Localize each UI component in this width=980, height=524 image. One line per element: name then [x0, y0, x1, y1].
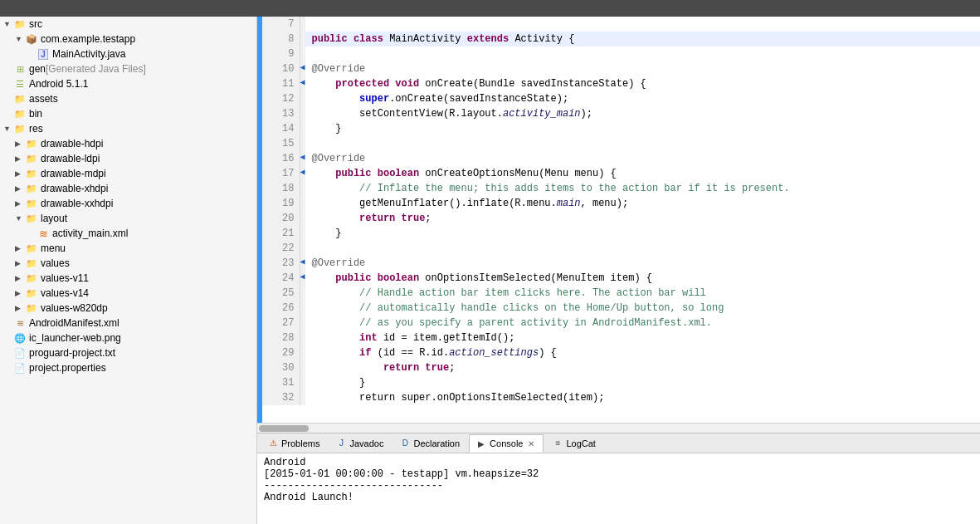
tree-item-mainactivity[interactable]: JMainActivity.java [0, 47, 256, 61]
code-line: 20 return true; [262, 211, 980, 226]
code-content[interactable]: return super.onOptionsItemSelected(item)… [305, 390, 980, 405]
tree-item-gen[interactable]: ⊞gen [Generated Java Files] [0, 61, 256, 76]
code-content[interactable]: public boolean onCreateOptionsMenu(Menu … [305, 166, 980, 181]
code-line: 15 [262, 136, 980, 151]
tree-label: AndroidManifest.xml [29, 317, 119, 329]
code-content[interactable]: @Override [305, 61, 980, 76]
code-content[interactable]: return true; [305, 360, 980, 375]
code-content[interactable] [305, 241, 980, 256]
code-content[interactable]: @Override [305, 151, 980, 166]
code-content[interactable]: // as you specify a parent activity in A… [305, 316, 980, 331]
file-icon: 📁 [25, 167, 38, 180]
code-content[interactable]: getMenuInflater().inflate(R.menu.main, m… [305, 196, 980, 211]
main-area: ▼📁src▼📦com.example.testappJMainActivity.… [0, 17, 980, 524]
tree-item-values-v14[interactable]: ▶📁values-v14 [0, 286, 256, 301]
line-number: 7 [262, 17, 300, 32]
tree-item-assets[interactable]: 📁assets [0, 91, 256, 106]
file-icon: 📁 [25, 182, 38, 195]
tab-logcat[interactable]: ≡LogCat [545, 434, 602, 453]
tree-label: ic_launcher-web.png [29, 332, 121, 344]
code-line: 19 getMenuInflater().inflate(R.menu.main… [262, 196, 980, 211]
tree-arrow: ▶ [15, 140, 25, 148]
code-content[interactable]: @Override [305, 256, 980, 271]
code-content[interactable]: public class MainActivity extends Activi… [305, 32, 980, 47]
code-content[interactable]: // automatically handle clicks on the Ho… [305, 301, 980, 316]
code-content[interactable]: return true; [305, 211, 980, 226]
tree-label: drawable-hdpi [41, 138, 103, 149]
tab-problems[interactable]: ⚠Problems [261, 434, 327, 453]
file-icon: 🌐 [13, 331, 27, 345]
tab-declaration[interactable]: DDeclaration [392, 434, 467, 453]
code-line: 21 } [262, 226, 980, 241]
line-number: 20 [262, 211, 300, 226]
title-bar [0, 0, 980, 17]
tree-item-layout[interactable]: ▼📁layout [0, 211, 256, 226]
tree-item-values-w820dp[interactable]: ▶📁values-w820dp [0, 301, 256, 316]
code-content[interactable]: super.onCreate(savedInstanceState); [305, 91, 980, 106]
tab-icon-console: ▶ [476, 438, 486, 448]
code-line: 18 // Inflate the menu; this adds items … [262, 181, 980, 196]
line-number: 26 [262, 301, 300, 316]
code-content[interactable]: } [305, 375, 980, 390]
tab-close-console[interactable]: ✕ [526, 438, 536, 448]
tree-item-menu[interactable]: ▶📁menu [0, 241, 256, 256]
tab-icon-logcat: ≡ [553, 438, 563, 448]
tree-item-values[interactable]: ▶📁values [0, 256, 256, 271]
console-line: ------------------------------ [264, 480, 973, 492]
tree-item-ic-launcher[interactable]: 🌐ic_launcher-web.png [0, 331, 256, 345]
line-number: 9 [262, 47, 300, 61]
console-content[interactable]: Android[2015-01-01 00:00:00 - testapp] v… [257, 453, 980, 524]
tree-item-res[interactable]: ▼📁res [0, 121, 256, 136]
line-number: 14 [262, 121, 300, 136]
file-icon: ≋ [37, 227, 50, 240]
code-content[interactable] [305, 47, 980, 61]
code-content[interactable]: protected void onCreate(Bundle savedInst… [305, 76, 980, 91]
tree-item-drawable-hdpi[interactable]: ▶📁drawable-hdpi [0, 136, 256, 151]
tree-item-activity-main-xml[interactable]: ≋activity_main.xml [0, 226, 256, 241]
code-content[interactable] [305, 17, 980, 32]
tree-item-proguard[interactable]: 📄proguard-project.txt [0, 345, 256, 360]
file-icon: 📁 [13, 17, 27, 31]
horizontal-scrollbar[interactable] [257, 423, 980, 433]
line-number: 23 [262, 256, 300, 271]
file-icon: 📁 [25, 301, 38, 315]
code-content[interactable]: if (id == R.id.action_settings) { [305, 345, 980, 360]
code-content[interactable]: // Handle action bar item clicks here. T… [305, 286, 980, 301]
code-content[interactable]: int id = item.getItemId(); [305, 331, 980, 345]
file-icon: ≋ [13, 316, 27, 330]
code-content[interactable]: public boolean onOptionsItemSelected(Men… [305, 271, 980, 286]
tab-javadoc[interactable]: JJavadoc [329, 434, 391, 453]
tab-icon-declaration: D [400, 438, 410, 448]
tree-item-com-example[interactable]: ▼📦com.example.testapp [0, 32, 256, 47]
code-content[interactable]: setContentView(R.layout.activity_main); [305, 106, 980, 121]
tab-label-problems: Problems [281, 438, 319, 448]
tree-item-androidmanifest[interactable]: ≋AndroidManifest.xml [0, 316, 256, 331]
tree-label: activity_main.xml [52, 228, 128, 239]
code-content[interactable]: // Inflate the menu; this adds items to … [305, 181, 980, 196]
tree-label: values [41, 257, 70, 269]
tree-label: proguard-project.txt [29, 347, 115, 359]
tab-console[interactable]: ▶Console✕ [469, 434, 544, 453]
code-content[interactable]: } [305, 226, 980, 241]
tab-label-logcat: LogCat [566, 438, 595, 448]
tree-item-drawable-ldpi[interactable]: ▶📁drawable-ldpi [0, 151, 256, 166]
code-content[interactable] [305, 136, 980, 151]
tree-item-android511[interactable]: ☰Android 5.1.1 [0, 76, 256, 91]
tree-label: Android 5.1.1 [29, 78, 88, 90]
code-line: 24◀ public boolean onOptionsItemSelected… [262, 271, 980, 286]
line-number: 15 [262, 136, 300, 151]
tree-item-bin[interactable]: 📁bin [0, 106, 256, 121]
code-content[interactable]: } [305, 121, 980, 136]
tree-item-values-v11[interactable]: ▶📁values-v11 [0, 271, 256, 286]
tree-item-project-props[interactable]: 📄project.properties [0, 360, 256, 375]
tree-item-drawable-mdpi[interactable]: ▶📁drawable-mdpi [0, 166, 256, 181]
line-number: 16 [262, 151, 300, 166]
scrollbar-thumb[interactable] [259, 425, 309, 432]
code-line: 32 return super.onOptionsItemSelected(it… [262, 390, 980, 405]
line-number: 17 [262, 166, 300, 181]
tree-item-src[interactable]: ▼📁src [0, 17, 256, 32]
code-editor[interactable]: 78public class MainActivity extends Acti… [262, 17, 980, 423]
tree-item-drawable-xxhdpi[interactable]: ▶📁drawable-xxhdpi [0, 196, 256, 211]
tree-item-drawable-xhdpi[interactable]: ▶📁drawable-xhdpi [0, 181, 256, 196]
file-icon: 📄 [13, 361, 27, 375]
